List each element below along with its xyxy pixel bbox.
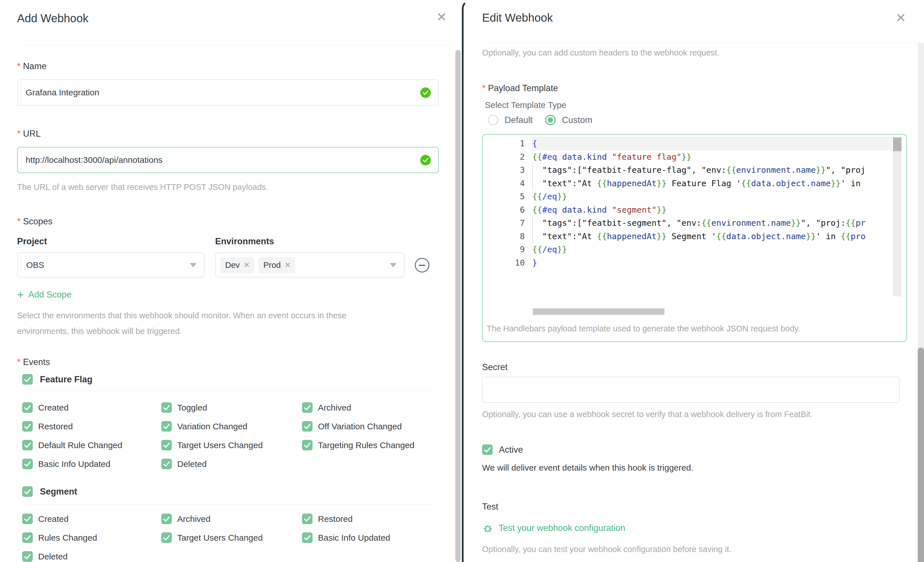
scopes-help: Select the environments that this webhoo… xyxy=(17,308,387,339)
event-label: Restored xyxy=(38,422,73,431)
checkbox-icon xyxy=(22,459,33,469)
line-content: "text":"At {{happenedAt}} Segment '{{dat… xyxy=(532,230,892,243)
event-label: Created xyxy=(38,403,69,413)
url-input[interactable]: http://localhost:3000/api/annotations xyxy=(17,147,439,173)
event-checkbox-rules-changed[interactable]: Rules Changed xyxy=(22,532,161,543)
valid-check-icon xyxy=(420,87,431,98)
line-content: { xyxy=(532,137,892,150)
code-token: /eq xyxy=(542,191,557,201)
event-label: Targeting Rules Changed xyxy=(318,441,414,450)
event-group-segment[interactable]: Segment xyxy=(22,486,439,497)
payload-template-label: Payload Template xyxy=(482,83,915,94)
event-checkbox-target-users-changed[interactable]: Target Users Changed xyxy=(161,440,302,450)
code-token: }} xyxy=(557,245,567,254)
add-scope-button[interactable]: + Add Scope xyxy=(17,289,72,300)
plus-icon: + xyxy=(17,289,24,300)
chevron-down-icon xyxy=(390,263,397,268)
event-checkbox-archived[interactable]: Archived xyxy=(161,514,302,524)
event-checkbox-basic-info-updated[interactable]: Basic Info Updated xyxy=(22,459,161,469)
secret-input[interactable] xyxy=(482,377,900,403)
event-checkbox-created[interactable]: Created xyxy=(22,402,161,413)
page-scrollbar[interactable] xyxy=(918,348,924,562)
event-checkbox-deleted[interactable]: Deleted xyxy=(22,551,161,562)
url-help: The URL of a web server that receives HT… xyxy=(17,182,439,192)
event-label: Target Users Changed xyxy=(177,533,263,543)
event-checkbox-created[interactable]: Created xyxy=(22,514,161,524)
checkbox-icon xyxy=(302,402,312,413)
checkbox-icon xyxy=(302,532,312,543)
event-checkbox-restored[interactable]: Restored xyxy=(22,421,161,432)
remove-tag-icon[interactable]: ✕ xyxy=(284,262,291,269)
checkbox-icon xyxy=(22,514,33,524)
code-token: {{ xyxy=(597,232,607,241)
code-token: } xyxy=(532,258,537,268)
template-type-option-custom[interactable]: Custom xyxy=(545,115,592,125)
group-checkbox[interactable] xyxy=(22,374,33,385)
event-label: Archived xyxy=(177,514,210,524)
group-checkbox[interactable] xyxy=(22,486,33,497)
event-checkbox-variation-changed[interactable]: Variation Changed xyxy=(161,421,302,432)
remove-scope-button[interactable] xyxy=(415,258,429,272)
event-checkbox-off-variation-changed[interactable]: Off Variation Changed xyxy=(302,421,439,432)
name-input[interactable]: Grafana Integration xyxy=(17,79,439,106)
event-label: Archived xyxy=(318,403,351,413)
event-checkbox-target-users-changed[interactable]: Target Users Changed xyxy=(161,532,302,543)
code-token: /eq xyxy=(542,245,557,254)
project-select[interactable]: OBS xyxy=(17,253,205,278)
code-token: {{ xyxy=(841,232,851,241)
code-token: {{ xyxy=(702,218,711,228)
code-lines: 1{2{{#eq data.kind "feature flag"}}3 "ta… xyxy=(483,137,892,269)
code-token: #eq xyxy=(542,152,557,162)
radio-icon xyxy=(488,115,498,125)
event-checkbox-deleted[interactable]: Deleted xyxy=(161,459,302,469)
payload-template-editor[interactable]: 1{2{{#eq data.kind "feature flag"}}3 "ta… xyxy=(482,134,907,342)
test-webhook-link[interactable]: Test your webhook configuration xyxy=(482,522,626,534)
environment-tag: Dev✕ xyxy=(220,257,254,273)
event-checkbox-default-rule-changed[interactable]: Default Rule Changed xyxy=(22,440,161,450)
event-label: Basic Info Updated xyxy=(318,533,390,543)
line-number: 7 xyxy=(483,217,532,230)
code-token: Segment ' xyxy=(666,232,716,241)
event-checkbox-basic-info-updated[interactable]: Basic Info Updated xyxy=(302,532,439,543)
test-webhook-link-label: Test your webhook configuration xyxy=(499,523,626,533)
code-token: "tags":["featbit-segment", "env: xyxy=(532,218,702,228)
editor-horizontal-scrollbar[interactable] xyxy=(533,308,664,315)
checkbox-icon xyxy=(302,514,312,524)
event-checkbox-targeting-rules-changed[interactable]: Targeting Rules Changed xyxy=(302,440,439,450)
active-checkbox[interactable] xyxy=(482,444,493,455)
checkbox-icon xyxy=(302,421,312,432)
chevron-down-icon xyxy=(190,263,196,268)
event-label: Rules Changed xyxy=(38,533,97,543)
code-token: environment.name xyxy=(711,218,791,228)
line-content: "text":"At {{happenedAt}} Feature Flag '… xyxy=(532,177,892,190)
event-label: Deleted xyxy=(177,459,207,469)
code-token: }} xyxy=(791,218,801,228)
code-line-1: 1{ xyxy=(483,137,892,150)
event-checkbox-toggled[interactable]: Toggled xyxy=(161,402,302,413)
close-icon[interactable]: ✕ xyxy=(896,12,906,24)
code-token: "tags":["featbit-feature-flag", "env: xyxy=(532,165,726,175)
environment-tag-label: Prod xyxy=(263,260,280,270)
line-content: } xyxy=(532,256,892,270)
checkbox-icon xyxy=(22,551,33,562)
left-modal-scrollbar[interactable] xyxy=(455,50,461,562)
code-token: pr xyxy=(856,218,866,228)
event-checkbox-restored[interactable]: Restored xyxy=(302,514,439,524)
remove-tag-icon[interactable]: ✕ xyxy=(244,262,250,269)
template-type-option-default[interactable]: Default xyxy=(488,115,532,125)
code-token: {{ xyxy=(741,178,751,188)
editor-vertical-scrollbar[interactable] xyxy=(893,138,902,151)
code-token: ' in xyxy=(816,232,840,241)
event-label: Basic Info Updated xyxy=(38,459,111,469)
event-group-feature-flag[interactable]: Feature Flag xyxy=(22,374,439,385)
active-label: Active xyxy=(499,445,523,455)
add-webhook-title: Add Webhook xyxy=(0,0,462,25)
scope-column-headers: Project Environments xyxy=(17,236,439,247)
scope-row: OBS Dev✕Prod✕ xyxy=(17,253,439,278)
edit-webhook-body: Optionally, you can add custom headers t… xyxy=(464,48,924,554)
line-content: "tags":["featbit-segment", "env:{{enviro… xyxy=(532,217,892,230)
event-checkbox-archived[interactable]: Archived xyxy=(302,402,439,413)
close-icon[interactable]: ✕ xyxy=(436,11,447,23)
checkbox-icon xyxy=(302,440,312,450)
environments-select[interactable]: Dev✕Prod✕ xyxy=(215,253,405,278)
